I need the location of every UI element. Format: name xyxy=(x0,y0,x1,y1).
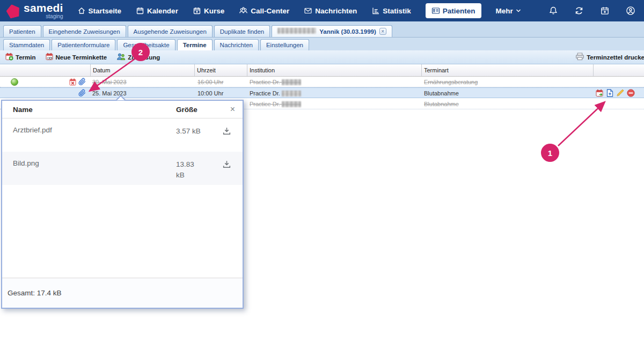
new-appointment-calendar-icon[interactable] xyxy=(600,6,610,16)
tab-gesundheitsakte[interactable]: Gesundheitsakte xyxy=(117,39,175,50)
attachments-total-footer: Gesamt: 17.4 kB xyxy=(2,278,243,308)
sync-refresh-icon[interactable] xyxy=(574,6,584,16)
calendar-plus-icon xyxy=(193,6,201,15)
nav-item-mehr[interactable]: Mehr xyxy=(496,7,521,15)
new-appointment-button[interactable]: Termin xyxy=(5,53,36,62)
appointment-institution: Practice Dr. xyxy=(250,99,301,109)
samedi-app: samedi staging Startseite Kalender Kurse… xyxy=(0,0,644,364)
nav-item-patienten[interactable]: Patienten xyxy=(426,3,481,18)
download-file-button[interactable] xyxy=(222,118,235,152)
column-header-terminart[interactable]: Terminart xyxy=(421,64,593,76)
assignment-button[interactable]: Zuweisung xyxy=(116,53,160,62)
attachments-popup-header: Name Größe × xyxy=(2,101,243,118)
two-people-icon xyxy=(116,53,126,62)
redacted-text xyxy=(282,91,301,96)
print-appointment-slip-button[interactable]: Terminzettel drucken xyxy=(575,53,644,62)
environment-label: staging xyxy=(24,14,63,19)
total-size-label: Gesamt: 17.4 kB xyxy=(8,289,62,297)
redacted-text xyxy=(282,101,301,107)
appointment-institution: Practice Dr. xyxy=(250,88,301,99)
appointment-type: Blutabnahme xyxy=(424,88,459,99)
brand-name: samedi xyxy=(24,2,63,14)
id-card-icon xyxy=(431,6,440,15)
name-column-header: Name xyxy=(13,106,176,114)
nav-item-nachrichten[interactable]: Nachrichten xyxy=(304,6,357,15)
attachment-file-row: Arztbrief.pdf 3.57 kB xyxy=(2,118,243,152)
file-size: 3.57 kB xyxy=(176,118,222,152)
appointment-date: 30. Mai 2023 xyxy=(92,77,127,87)
appointment-type: Blutabnahme xyxy=(424,99,459,109)
column-header-actions xyxy=(593,64,644,76)
nav-item-kurse[interactable]: Kurse xyxy=(193,6,224,15)
top-navigation-bar: samedi staging Startseite Kalender Kurse… xyxy=(0,0,644,21)
online-booking-globe-icon xyxy=(11,78,18,86)
new-appointment-chain-button[interactable]: Neue Terminkette xyxy=(46,53,107,62)
nav-item-startseite[interactable]: Startseite xyxy=(77,6,122,15)
notifications-bell-icon[interactable] xyxy=(548,6,558,16)
statistics-icon xyxy=(371,6,380,15)
close-tab-button[interactable]: × xyxy=(379,28,386,35)
appointment-row-cancelled[interactable]: 30. Mai 2023 16:00 Uhr Practice Dr. Ernä… xyxy=(0,77,644,87)
attachment-file-row: Bild.png 13.83 kB xyxy=(2,152,243,185)
redacted-text xyxy=(282,79,301,85)
cancelled-calendar-icon[interactable] xyxy=(69,78,76,87)
tab-active-patient[interactable]: Yannik (30.03.1999) × xyxy=(272,25,392,37)
calendar-chain-icon xyxy=(46,53,54,62)
tab-patienten[interactable]: Patienten xyxy=(3,25,41,37)
chevron-down-icon xyxy=(516,9,521,13)
tab-eingehende-zuweisungen[interactable]: Eingehende Zuweisungen xyxy=(43,25,126,37)
cancel-appointment-icon[interactable] xyxy=(627,89,635,98)
redacted-patient-name xyxy=(277,28,316,34)
nav-item-kalender[interactable]: Kalender xyxy=(136,6,178,15)
annotation-badge-1: 1 xyxy=(541,144,559,162)
file-size: 13.83 kB xyxy=(176,152,222,185)
patient-tabs-strip: Patienten Eingehende Zuweisungen Ausgehe… xyxy=(0,21,644,38)
appointment-time: 16:00 Uhr xyxy=(197,77,223,87)
account-icon[interactable] xyxy=(626,6,635,16)
edit-pencil-icon[interactable] xyxy=(616,89,624,98)
mail-icon xyxy=(304,6,312,15)
appointment-institution: Practice Dr. xyxy=(250,77,301,87)
appointments-toolbar: Termin Neue Terminkette Zuweisung Termin… xyxy=(0,50,644,64)
attachments-popup: Name Größe × Arztbrief.pdf 3.57 kB Bild.… xyxy=(1,100,244,309)
tab-patientenformulare[interactable]: Patientenformulare xyxy=(52,39,115,50)
tab-ausgehende-zuweisungen[interactable]: Ausgehende Zuweisungen xyxy=(128,25,213,37)
close-popup-button[interactable]: × xyxy=(222,105,235,114)
download-file-button[interactable] xyxy=(222,152,235,185)
samedi-logo[interactable]: samedi staging xyxy=(0,2,69,19)
attachment-paperclip-icon[interactable] xyxy=(78,78,86,87)
calendar-icon xyxy=(136,6,144,15)
column-header-institution[interactable]: Institution xyxy=(247,64,421,76)
appointment-row-selected[interactable]: 25. Mai 2023 10:00 Uhr Practice Dr. Blut… xyxy=(0,87,644,98)
tab-nachrichten[interactable]: Nachrichten xyxy=(214,39,259,50)
tab-einstellungen[interactable]: Einstellungen xyxy=(260,39,309,50)
nav-item-statistik[interactable]: Statistik xyxy=(371,6,411,15)
tab-duplikate-finden[interactable]: Duplikate finden xyxy=(214,25,270,37)
appointments-table-header: Datum Uhrzeit Institution Terminart xyxy=(0,64,644,77)
appointment-type: Ernährungsberatung xyxy=(424,77,478,87)
nav-item-call-center[interactable]: Call-Center xyxy=(239,6,289,15)
move-appointment-icon[interactable] xyxy=(596,89,604,98)
printer-icon xyxy=(575,53,584,62)
column-header-datum[interactable]: Datum xyxy=(90,64,194,76)
samedi-pentagon-icon xyxy=(5,3,21,19)
home-icon xyxy=(77,6,86,15)
size-column-header: Größe xyxy=(176,106,222,114)
add-file-icon[interactable] xyxy=(606,89,613,98)
file-name: Bild.png xyxy=(13,152,176,185)
patient-detail-tabs-strip: Stammdaten Patientenformulare Gesundheit… xyxy=(0,38,644,50)
people-group-icon xyxy=(239,6,248,15)
calendar-add-icon xyxy=(5,53,13,62)
tab-stammdaten[interactable]: Stammdaten xyxy=(3,39,50,50)
attachment-paperclip-icon[interactable] xyxy=(78,89,86,98)
file-name: Arztbrief.pdf xyxy=(13,118,176,152)
tab-termine[interactable]: Termine xyxy=(177,39,213,50)
appointment-time: 10:00 Uhr xyxy=(197,88,223,99)
column-header-uhrzeit[interactable]: Uhrzeit xyxy=(194,64,247,76)
